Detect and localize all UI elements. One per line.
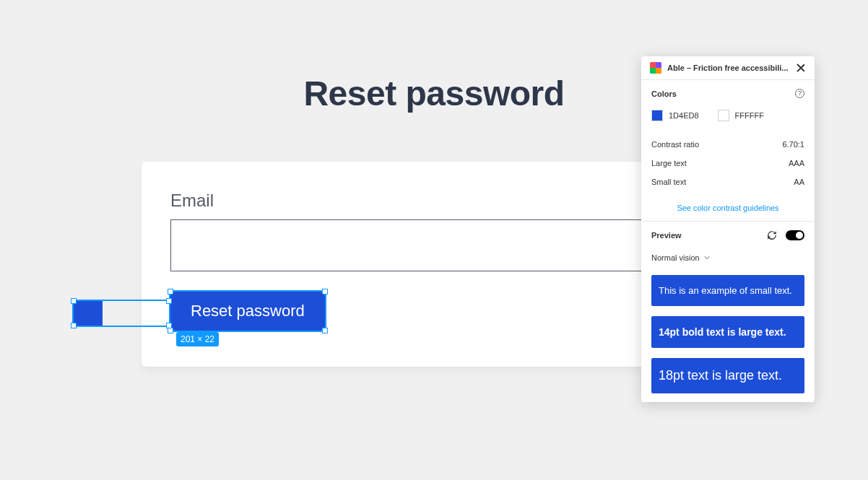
selection-dimensions-badge: 201 × 22 <box>176 332 219 346</box>
help-icon[interactable]: ? <box>795 89 804 98</box>
preview-large-text: 18pt text is large text. <box>651 358 804 393</box>
selection-handle[interactable] <box>168 289 173 294</box>
fg-color-hex: 1D4ED8 <box>669 111 699 120</box>
plugin-header: Able – Friction free accessibili... <box>641 56 815 80</box>
fg-color-box <box>651 110 663 121</box>
preview-toggle[interactable] <box>786 230 804 240</box>
aux-selection[interactable] <box>72 300 170 327</box>
reset-password-button[interactable]: Reset password <box>170 292 325 331</box>
plugin-panel: Able – Friction free accessibili... Colo… <box>641 56 815 402</box>
selection-handle[interactable] <box>322 328 328 333</box>
selection-handle[interactable] <box>166 323 172 328</box>
colors-section: Colors ? 1D4ED8 FFFFFF Contrast ratio 6.… <box>641 80 815 222</box>
plugin-icon <box>650 62 661 74</box>
metrics: Contrast ratio 6.70:1 Large text AAA Sma… <box>651 140 804 186</box>
preview-heading: Preview <box>651 231 758 240</box>
preview-section: Preview Normal vision This is an example… <box>641 222 815 402</box>
contrast-label: Contrast ratio <box>651 140 699 149</box>
plugin-title: Able – Friction free accessibili... <box>667 64 790 72</box>
selection-handle[interactable] <box>71 323 77 328</box>
background-swatch[interactable]: FFFFFF <box>718 110 764 121</box>
selection-handle[interactable] <box>166 298 172 304</box>
large-text-value: AAA <box>789 159 804 167</box>
preview-small-text: This is an example of small text. <box>651 275 804 306</box>
selection-handle[interactable] <box>168 328 173 333</box>
large-text-label: Large text <box>651 159 687 167</box>
aux-selection-fill <box>74 301 103 326</box>
email-field[interactable] <box>170 219 712 271</box>
chevron-down-icon <box>704 255 710 261</box>
small-text-label: Small text <box>651 178 686 186</box>
submit-button-selection: Reset password 201 × 22 <box>170 292 325 331</box>
vision-mode-select[interactable]: Normal vision <box>651 253 804 262</box>
vision-mode-label: Normal vision <box>651 253 700 262</box>
selection-handle[interactable] <box>71 298 77 304</box>
foreground-swatch[interactable]: 1D4ED8 <box>651 110 699 121</box>
small-text-value: AA <box>794 178 804 186</box>
bg-color-box <box>718 110 729 121</box>
contrast-value: 6.70:1 <box>782 140 804 149</box>
bg-color-hex: FFFFFF <box>735 111 764 120</box>
email-label: Email <box>170 191 712 211</box>
guidelines-link[interactable]: See color contrast guidelines <box>677 204 778 212</box>
close-icon[interactable] <box>796 63 806 73</box>
preview-bold-text: 14pt bold text is large text. <box>651 316 804 348</box>
selection-handle[interactable] <box>322 289 328 294</box>
refresh-icon[interactable] <box>767 230 777 240</box>
colors-heading: Colors <box>651 90 677 98</box>
